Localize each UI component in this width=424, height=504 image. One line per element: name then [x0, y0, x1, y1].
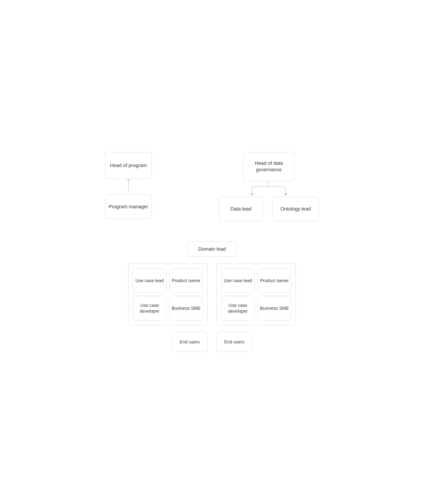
group1-use-case-developer-box: Use case developer: [133, 296, 166, 321]
head-of-program-box: Head of program: [105, 152, 152, 179]
group1-product-owner-box: Product owner: [169, 268, 203, 293]
group1-use-case-lead-box: Use case lead: [133, 268, 166, 293]
arrowhead-up-icon: [127, 179, 130, 181]
group2-use-case-developer-box: Use case developer: [221, 296, 255, 321]
domain-groups: Use case lead Product owner Use case dev…: [128, 264, 296, 325]
head-of-data-gov-label: Head of data governance: [243, 160, 294, 173]
group2-use-case-developer-label: Use case developer: [221, 302, 254, 314]
group2-business-sme-label: Business SME: [260, 305, 289, 311]
end-users-1-label: End users: [180, 339, 200, 345]
end-users-group-1: End users: [172, 332, 207, 352]
group1-business-sme-label: Business SME: [172, 305, 201, 311]
program-manager-box: Program manager: [105, 195, 152, 219]
group2-product-owner-label: Product owner: [260, 278, 289, 284]
connector-line-left: [128, 181, 129, 192]
top-row: Head of program Program manager Head of …: [100, 152, 324, 221]
end-users-group-2: End users: [217, 332, 252, 352]
ontology-lead-label: Ontology lead: [281, 206, 311, 212]
group2-use-case-lead-box: Use case lead: [221, 268, 255, 293]
group1-use-case-lead-label: Use case lead: [136, 278, 164, 284]
head-of-program-label: Head of program: [110, 162, 147, 169]
data-lead-label: Data lead: [231, 206, 251, 212]
group1-product-owner-label: Product owner: [172, 278, 201, 284]
group2-business-sme-box: Business SME: [258, 296, 291, 321]
arrow-up: [127, 179, 130, 195]
svg-marker-4: [250, 193, 254, 196]
ontology-lead-box: Ontology lead: [272, 197, 319, 221]
right-column: Head of data governance: [219, 152, 319, 221]
group1-business-sme-box: Business SME: [169, 296, 203, 321]
head-of-data-gov-box: Head of data governance: [243, 152, 294, 181]
domain-lead-section: Domain lead: [187, 241, 237, 257]
end-users-2-box: End users: [217, 332, 252, 352]
domain-group-2: Use case lead Product owner Use case dev…: [217, 264, 296, 325]
data-ontology-row: Data lead Ontology lead: [219, 197, 319, 221]
domain-lead-label: Domain lead: [198, 246, 226, 252]
end-users-1-box: End users: [172, 332, 207, 352]
group2-use-case-lead-label: Use case lead: [224, 278, 252, 284]
group2-product-owner-box: Product owner: [258, 268, 291, 293]
end-users-row: End users End users: [100, 332, 324, 352]
org-diagram: Head of program Program manager Head of …: [100, 134, 324, 370]
group1-use-case-developer-label: Use case developer: [133, 302, 166, 314]
domain-group-1: Use case lead Product owner Use case dev…: [128, 264, 207, 325]
program-manager-label: Program manager: [109, 204, 148, 210]
end-users-2-label: End users: [224, 339, 244, 345]
data-lead-box: Data lead: [219, 197, 263, 221]
svg-marker-5: [284, 193, 287, 196]
branch-connector: [235, 181, 302, 197]
left-column: Head of program Program manager: [105, 152, 152, 219]
domain-lead-box: Domain lead: [187, 241, 237, 257]
